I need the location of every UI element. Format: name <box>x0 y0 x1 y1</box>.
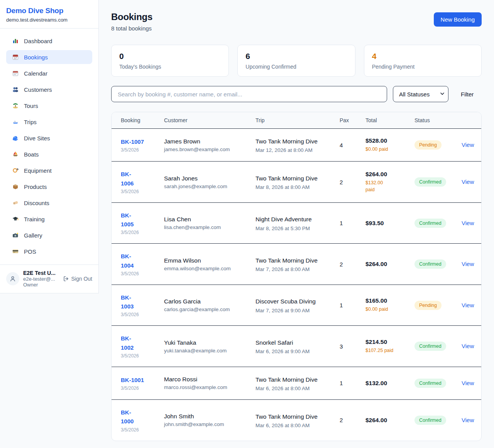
trip-cell: Night Dive AdventureMar 8, 2026 at 5:30 … <box>249 202 333 244</box>
sidebar-item-label: POS <box>24 248 36 255</box>
brand-title: Demo Dive Shop <box>6 7 92 15</box>
sidebar-item-dashboard[interactable]: Dashboard <box>6 34 92 48</box>
status-select[interactable]: All Statuses <box>393 86 448 102</box>
status-badge: Confirmed <box>414 416 446 425</box>
booking-link[interactable]: BK- 1000 <box>121 408 152 426</box>
sidebar-item-customers[interactable]: Customers <box>6 83 92 96</box>
total-amount: $264.00 <box>365 171 402 178</box>
booking-link[interactable]: BK- 1002 <box>121 334 152 352</box>
pax-cell: 1 <box>333 367 359 399</box>
sidebar-item-label: Bookings <box>24 54 48 61</box>
stat-value: 6 <box>245 52 347 61</box>
sign-out-button[interactable]: Sign Out <box>63 276 92 282</box>
pax-cell: 3 <box>333 326 359 367</box>
stat-value: 4 <box>372 52 474 61</box>
trip-cell: Snorkel SafariMar 6, 2026 at 9:00 AM <box>249 326 333 367</box>
view-link[interactable]: View <box>462 141 474 148</box>
status-badge: Pending <box>414 301 442 310</box>
sidebar-item-label: Tours <box>24 103 38 109</box>
pax-cell: 2 <box>333 400 359 441</box>
booking-cell: BK-10073/5/2026 <box>112 129 158 162</box>
filter-button[interactable]: Filter <box>461 91 474 98</box>
customer-email: lisa.chen@example.com <box>164 224 243 230</box>
bookings-table-card: BookingCustomerTripPaxTotalStatus BK-100… <box>111 112 482 441</box>
view-cell: View <box>455 285 481 326</box>
stat-card: 0Today's Bookings <box>111 45 229 77</box>
view-cell: View <box>455 202 481 244</box>
sidebar-item-training[interactable]: Training <box>6 212 92 226</box>
booking-link[interactable]: BK- 1005 <box>121 211 152 229</box>
stat-value: 0 <box>119 52 221 61</box>
pax-cell: 1 <box>333 202 359 244</box>
sidebar-item-products[interactable]: Products <box>6 180 92 194</box>
booking-cell: BK-10013/5/2026 <box>112 367 158 399</box>
trip-name: Two Tank Morning Dive <box>255 256 327 265</box>
bookings-table: BookingCustomerTripPaxTotalStatus BK-100… <box>112 112 481 441</box>
dashboard-icon <box>12 37 19 44</box>
pos-card-icon <box>12 248 19 255</box>
discounts-tag-icon <box>12 199 19 206</box>
paid-amount: $0.00 paid <box>365 306 402 313</box>
column-header: Status <box>408 112 455 129</box>
view-link[interactable]: View <box>462 343 474 349</box>
customers-icon <box>12 86 19 93</box>
total-cell: $214.50$107.25 paid <box>359 326 408 367</box>
paid-amount: $107.25 paid <box>365 347 402 354</box>
view-link[interactable]: View <box>462 261 474 267</box>
booking-link[interactable]: BK- 1004 <box>121 252 152 270</box>
sidebar-item-label: Gallery <box>24 232 42 239</box>
trip-name: Snorkel Safari <box>255 338 327 347</box>
stats-row: 0Today's Bookings6Upcoming Confirmed4Pen… <box>111 45 482 77</box>
sidebar-item-label: Equipment <box>24 167 52 174</box>
page-title: Bookings <box>111 12 152 22</box>
booking-link[interactable]: BK-1001 <box>121 376 152 384</box>
sidebar-item-trips[interactable]: Trips <box>6 115 92 129</box>
sidebar-item-label: Dashboard <box>24 38 52 44</box>
sidebar-header: Demo Dive Shop demo.test.divestreams.com <box>0 0 98 29</box>
customer-name: Marco Rossi <box>164 376 243 383</box>
total-cell: $93.50 <box>359 202 408 244</box>
svg-text:17: 17 <box>14 57 17 59</box>
sidebar-item-tours[interactable]: Tours <box>6 99 92 113</box>
gallery-camera-icon <box>12 232 19 239</box>
view-link[interactable]: View <box>462 417 474 423</box>
table-row: BK- 10003/5/2026John Smithjohn.smith@exa… <box>112 400 481 441</box>
view-link[interactable]: View <box>462 220 474 226</box>
table-row: BK-10013/5/2026Marco Rossimarco.rossi@ex… <box>112 367 481 399</box>
status-cell: Confirmed <box>408 326 455 367</box>
booking-link[interactable]: BK- 1003 <box>121 293 152 311</box>
total-amount: $132.00 <box>365 380 402 387</box>
sidebar: Demo Dive Shop demo.test.divestreams.com… <box>0 0 99 293</box>
sidebar-item-dive-sites[interactable]: Dive Sites <box>6 131 92 145</box>
view-cell: View <box>455 400 481 441</box>
sidebar-item-boats[interactable]: Boats <box>6 147 92 161</box>
sidebar-item-pos[interactable]: POS <box>6 244 92 258</box>
calendar-icon <box>12 70 19 77</box>
trip-cell: Two Tank Morning DiveMar 6, 2026 at 8:00… <box>249 400 333 441</box>
column-header: Customer <box>158 112 249 129</box>
customer-name: James Brown <box>164 138 243 145</box>
trips-boat-icon <box>12 118 19 125</box>
status-badge: Pending <box>414 140 442 150</box>
booking-date: 3/5/2026 <box>121 427 152 433</box>
sidebar-item-discounts[interactable]: Discounts <box>6 196 92 210</box>
view-link[interactable]: View <box>462 302 474 308</box>
view-link[interactable]: View <box>462 380 474 386</box>
trip-cell: Two Tank Morning DiveMar 7, 2026 at 8:00… <box>249 244 333 285</box>
customer-name: Sarah Jones <box>164 175 243 182</box>
trip-date: Mar 7, 2026 at 8:00 AM <box>255 266 327 272</box>
booking-link[interactable]: BK-1007 <box>121 137 152 146</box>
sidebar-item-gallery[interactable]: Gallery <box>6 228 92 242</box>
new-booking-button[interactable]: New Booking <box>434 12 482 27</box>
sidebar-item-equipment[interactable]: Equipment <box>6 163 92 177</box>
booking-link[interactable]: BK- 1006 <box>121 170 152 188</box>
sidebar-item-bookings[interactable]: 17Bookings <box>6 50 92 64</box>
customer-email: carlos.garcia@example.com <box>164 307 243 312</box>
customer-cell: James Brownjames.brown@example.com <box>158 129 249 162</box>
status-cell: Pending <box>408 285 455 326</box>
search-input[interactable] <box>111 86 387 102</box>
sidebar-item-calendar[interactable]: Calendar <box>6 66 92 80</box>
user-role: Owner <box>23 282 59 288</box>
view-link[interactable]: View <box>462 179 474 185</box>
table-row: BK- 10063/5/2026Sarah Jonessarah.jones@e… <box>112 162 481 203</box>
